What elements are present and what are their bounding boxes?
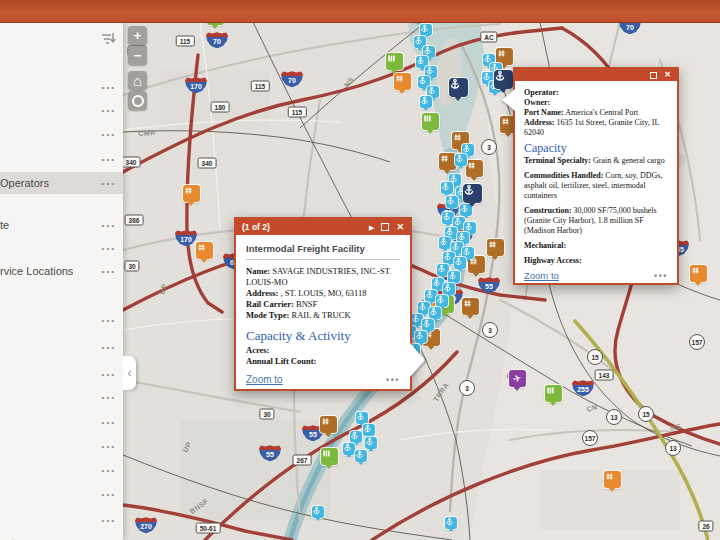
row-menu-button[interactable]: ••• [102, 442, 116, 451]
dock-marker[interactable] [445, 517, 457, 529]
sidebar-layer-row[interactable]: ••• [0, 386, 123, 408]
row-menu-button[interactable]: ••• [102, 106, 116, 115]
rail-facility-marker[interactable] [439, 153, 456, 170]
row-menu-button[interactable]: ••• [102, 221, 116, 230]
dock-marker[interactable] [415, 331, 427, 343]
sidebar-layer-row[interactable]: te••• [0, 214, 123, 236]
row-menu-button[interactable]: ••• [102, 516, 116, 525]
more-options-button[interactable]: ••• [386, 375, 400, 385]
marker-tail [324, 432, 332, 437]
dock-marker[interactable] [446, 196, 458, 208]
sidebar-layer-row[interactable]: ••• [0, 123, 123, 145]
route-shield: 30 [259, 409, 274, 420]
sidebar-layer-row[interactable]: ••• [0, 483, 123, 505]
dock-marker[interactable] [454, 257, 466, 269]
port-marker[interactable] [449, 78, 468, 97]
row-menu-button[interactable]: ••• [102, 244, 116, 253]
intermodal-marker[interactable] [183, 185, 200, 202]
field-line: Rail Carrier: BNSF [246, 299, 400, 310]
more-options-button[interactable]: ••• [654, 271, 668, 281]
dock-marker[interactable] [436, 295, 448, 307]
popup-pointer [410, 343, 425, 377]
intermodal-marker[interactable] [394, 73, 411, 90]
dock-marker[interactable] [350, 431, 362, 443]
dock-marker[interactable] [343, 443, 355, 455]
row-menu-button[interactable]: ••• [102, 393, 116, 402]
dock-marker[interactable] [420, 24, 432, 36]
dock-marker[interactable] [420, 96, 432, 108]
intermodal-marker[interactable] [196, 242, 213, 259]
port-marker[interactable] [494, 70, 513, 89]
close-icon[interactable]: ✕ [664, 71, 671, 79]
zoom-to-link[interactable]: Zoom to [524, 270, 559, 281]
zoom-in-button[interactable]: + [128, 26, 147, 45]
panel-collapse-handle[interactable]: ‹ [123, 356, 136, 390]
elevator-marker[interactable] [321, 448, 338, 465]
close-icon[interactable]: ✕ [396, 223, 404, 232]
airport-marker[interactable]: ✈ [509, 370, 526, 387]
sidebar-layer-row[interactable]: ••• [0, 99, 123, 121]
row-menu-button[interactable]: ••• [102, 466, 116, 475]
section-heading: Capacity & Activity [246, 330, 400, 341]
dock-marker[interactable] [355, 450, 367, 462]
maximize-icon[interactable] [650, 72, 657, 79]
route-shield: 180 [211, 102, 230, 113]
maximize-icon[interactable] [381, 223, 389, 231]
elevator-marker[interactable] [545, 385, 562, 402]
dock-marker[interactable] [365, 437, 377, 449]
popup-header[interactable]: (1 of 2) ▶ ✕ [236, 219, 410, 235]
zoom-out-button[interactable]: − [128, 46, 147, 65]
zoom-to-link[interactable]: Zoom to [246, 374, 283, 385]
home-button[interactable]: ⌂ [128, 71, 147, 90]
row-menu-button[interactable]: ••• [102, 370, 116, 379]
dock-marker[interactable] [448, 271, 460, 283]
dock-marker[interactable] [422, 319, 434, 331]
row-menu-button[interactable]: ••• [102, 179, 116, 188]
dock-marker[interactable] [441, 182, 453, 194]
elevator-marker[interactable] [386, 53, 403, 70]
row-menu-button[interactable]: ••• [102, 418, 116, 427]
rail-facility-marker[interactable] [462, 298, 479, 315]
field-line: Port Name: America's Central Port [524, 108, 668, 118]
sidebar-layer-row[interactable]: Operators••• [0, 172, 123, 194]
rail-facility-marker[interactable] [466, 160, 483, 177]
route-circle-shield: 15 [587, 349, 603, 365]
popup-header[interactable]: ✕ [515, 69, 677, 81]
dock-marker[interactable] [443, 283, 455, 295]
port-marker[interactable] [463, 184, 482, 203]
sidebar-layer-row[interactable]: ••• [0, 237, 123, 259]
elevator-marker[interactable] [422, 113, 439, 130]
row-menu-button[interactable]: ••• [102, 83, 116, 92]
dock-marker[interactable] [439, 237, 451, 249]
row-menu-button[interactable]: ••• [102, 490, 116, 499]
sidebar-layer-row[interactable]: outes••• [0, 531, 123, 540]
anchor-icon [494, 70, 513, 89]
locate-button[interactable] [128, 91, 147, 110]
rail-facility-marker[interactable] [320, 416, 337, 433]
sidebar-layer-row[interactable]: ••• [0, 336, 123, 358]
intermodal-marker[interactable] [604, 471, 621, 488]
dock-marker[interactable] [429, 307, 441, 319]
rail-facility-marker[interactable] [487, 239, 504, 256]
dock-marker[interactable] [312, 506, 324, 518]
sidebar-layer-row[interactable]: ••• [0, 435, 123, 457]
sidebar-layer-row[interactable]: ••• [0, 459, 123, 481]
row-menu-button[interactable]: ••• [102, 316, 116, 325]
row-menu-button[interactable]: ••• [102, 155, 116, 164]
dock-marker[interactable] [455, 154, 467, 166]
sidebar-layer-row[interactable]: ••• [0, 76, 123, 98]
sidebar-layer-row[interactable]: ••• [0, 148, 123, 170]
intermodal-marker[interactable] [690, 265, 707, 282]
sidebar-layer-row[interactable]: ••• [0, 363, 123, 385]
dock-marker[interactable] [363, 424, 375, 436]
filter-sort-icon[interactable] [101, 31, 116, 49]
sidebar-layer-row[interactable]: rvice Locations••• [0, 260, 123, 282]
sidebar-layer-row[interactable]: ••• [0, 309, 123, 331]
next-feature-icon[interactable]: ▶ [369, 224, 374, 231]
row-menu-button[interactable]: ••• [102, 343, 116, 352]
dock-marker[interactable] [356, 412, 368, 424]
sidebar-layer-row[interactable]: ••• [0, 411, 123, 433]
sidebar-layer-row[interactable]: ••• [0, 509, 123, 531]
row-menu-button[interactable]: ••• [102, 267, 116, 276]
row-menu-button[interactable]: ••• [102, 130, 116, 139]
